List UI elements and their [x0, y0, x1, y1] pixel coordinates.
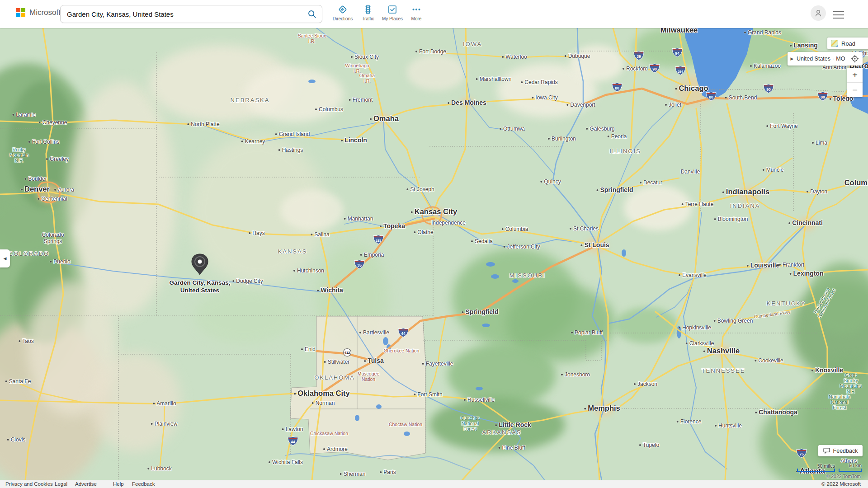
header-bar: Microsoft Bing Directions	[0, 0, 868, 28]
highways-layer	[38, 89, 868, 393]
pin-label: Garden City, Kansas, United States	[170, 279, 231, 295]
map-geometry	[0, 0, 868, 488]
search-box[interactable]	[60, 5, 322, 23]
search-button[interactable]	[302, 5, 322, 23]
traffic-button[interactable]: Traffic	[355, 4, 381, 21]
side-panel-toggle[interactable]: ◀	[0, 249, 10, 267]
bing-maps-app: LaramieCheyenneFort CollinsRocky Mountai…	[0, 0, 868, 488]
more-button[interactable]: More	[404, 4, 429, 21]
roads-layer	[0, 28, 868, 480]
breadcrumb-country[interactable]: United States	[797, 56, 830, 62]
map-scale: 50 miles 50 km	[797, 463, 862, 472]
breadcrumb-separator: ·	[832, 56, 834, 62]
my-places-icon	[380, 4, 405, 15]
microsoft-logo-icon	[16, 8, 25, 17]
map-style-label: Road	[841, 40, 855, 47]
zoom-in-button[interactable]: +	[847, 68, 863, 83]
feedback-label: Feedback	[833, 448, 858, 454]
footer-link-help[interactable]: Help	[113, 481, 124, 487]
breadcrumb-text[interactable]: United States·MO	[797, 56, 847, 62]
footer-link-advertise[interactable]: Advertise	[75, 481, 97, 487]
more-icon	[404, 4, 429, 15]
traffic-icon	[355, 4, 381, 15]
user-avatar[interactable]	[811, 5, 826, 21]
scale-km-label: 50 km	[839, 463, 862, 468]
feedback-button[interactable]: Feedback	[818, 445, 863, 456]
map-attribution: © 2022 TomTom	[826, 474, 861, 479]
directions-label: Directions	[330, 16, 355, 21]
search-icon	[307, 9, 316, 19]
directions-button[interactable]: Directions	[330, 4, 355, 21]
my-places-button[interactable]: My Places	[380, 4, 405, 21]
state-borders-layer	[0, 51, 868, 480]
menu-button[interactable]	[833, 9, 844, 19]
scale-miles-label: 50 miles	[797, 463, 835, 469]
map-canvas[interactable]: LaramieCheyenneFort CollinsRocky Mountai…	[0, 0, 868, 488]
footer-copyright: © 2022 Microsoft	[821, 481, 861, 487]
map-style-button[interactable]: Road	[827, 38, 868, 49]
directions-icon	[330, 4, 355, 15]
scale-km-bar	[839, 469, 862, 472]
scale-miles-bar	[797, 469, 835, 472]
footer-link-legal[interactable]: Legal	[55, 481, 67, 487]
my-places-label: My Places	[380, 16, 405, 21]
tribal-nations-region	[290, 316, 425, 460]
location-pin[interactable]	[190, 253, 210, 276]
breadcrumb: ▶ United States·MO	[788, 52, 863, 66]
breadcrumb-expand-icon[interactable]: ▶	[788, 56, 797, 61]
rivers-layer	[63, 28, 806, 480]
traffic-label: Traffic	[355, 16, 381, 21]
person-icon	[814, 9, 823, 18]
footer-link-feedback[interactable]: Feedback	[132, 481, 155, 487]
zoom-controls: + −	[847, 68, 863, 97]
locate-me-button[interactable]	[847, 52, 863, 66]
map-style-icon	[831, 40, 838, 47]
more-label: More	[404, 16, 429, 21]
breadcrumb-region[interactable]: MO	[836, 56, 845, 62]
footer-bar: Privacy and Cookies Legal Advertise Help…	[0, 480, 868, 488]
feedback-bubble-icon	[823, 448, 830, 454]
search-input[interactable]	[61, 10, 302, 18]
locate-icon	[851, 55, 859, 63]
zoom-out-button[interactable]: −	[847, 83, 863, 97]
footer-link-privacy[interactable]: Privacy and Cookies	[5, 481, 53, 487]
